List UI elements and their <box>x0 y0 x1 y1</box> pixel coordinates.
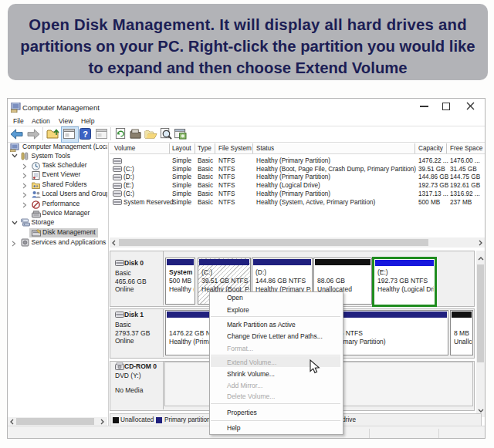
svg-text:?: ? <box>83 130 88 139</box>
